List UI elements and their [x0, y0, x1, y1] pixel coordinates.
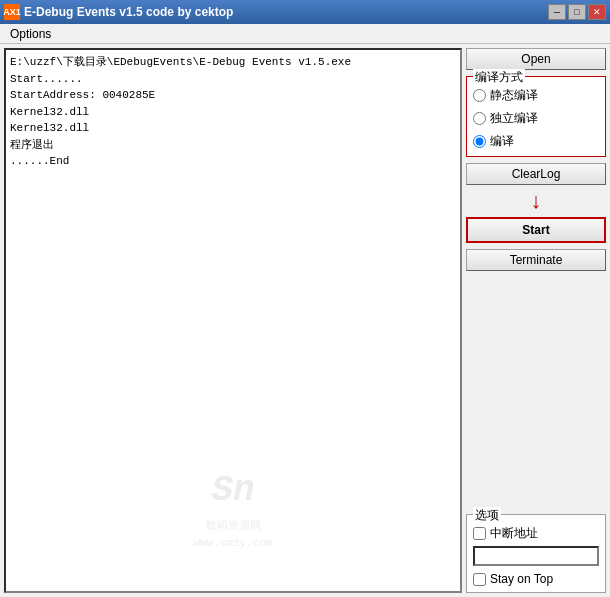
maximize-button[interactable]: □	[568, 4, 586, 20]
break-address-checkbox[interactable]	[473, 527, 486, 540]
options-group-title: 选项	[473, 507, 501, 524]
log-line: Kernel32.dll	[10, 120, 456, 137]
watermark-site: www.smzy.com	[193, 535, 272, 552]
start-button[interactable]: Start	[466, 217, 606, 243]
log-area[interactable]: E:\uzzf\下载目录\EDebugEvents\E-Debug Events…	[4, 48, 462, 593]
radio-independent-input[interactable]	[473, 112, 486, 125]
clear-log-button[interactable]: ClearLog	[466, 163, 606, 185]
stay-on-top-label: Stay on Top	[490, 572, 553, 586]
open-button[interactable]: Open	[466, 48, 606, 70]
log-line: E:\uzzf\下载目录\EDebugEvents\E-Debug Events…	[10, 54, 456, 71]
radio-independent-label: 独立编译	[490, 110, 538, 127]
break-address-label: 中断地址	[490, 525, 538, 542]
radio-compile-label: 编译	[490, 133, 514, 150]
right-panel: Open 编译方式 静态编译 独立编译 编译 ClearLog ↓ Start	[466, 48, 606, 593]
compile-group-title: 编译方式	[473, 69, 525, 86]
radio-static[interactable]: 静态编译	[473, 87, 599, 104]
stay-on-top-checkbox[interactable]	[473, 573, 486, 586]
arrow-indicator: ↓	[466, 191, 606, 211]
title-bar: AX1 E-Debug Events v1.5 code by cektop ─…	[0, 0, 610, 24]
log-line: 程序退出	[10, 137, 456, 154]
radio-compile-input[interactable]	[473, 135, 486, 148]
compile-group: 编译方式 静态编译 独立编译 编译	[466, 76, 606, 157]
app-icon: AX1	[4, 4, 20, 20]
log-line: Kernel32.dll	[10, 104, 456, 121]
options-group: 选项 中断地址 Stay on Top	[466, 514, 606, 593]
watermark-logo: Sn	[211, 464, 254, 518]
log-line: ......End	[10, 153, 456, 170]
watermark: Sn 数码资源网 www.smzy.com	[193, 464, 272, 551]
terminate-button[interactable]: Terminate	[466, 249, 606, 271]
minimize-button[interactable]: ─	[548, 4, 566, 20]
options-menu[interactable]: Options	[4, 26, 57, 42]
radio-static-input[interactable]	[473, 89, 486, 102]
stay-on-top-checkbox-item[interactable]: Stay on Top	[473, 572, 599, 586]
break-address-checkbox-item[interactable]: 中断地址	[473, 525, 599, 542]
log-line: Start......	[10, 71, 456, 88]
window-controls: ─ □ ✕	[548, 4, 606, 20]
radio-static-label: 静态编译	[490, 87, 538, 104]
log-line: StartAddress: 0040285E	[10, 87, 456, 104]
arrow-down-icon: ↓	[531, 190, 542, 212]
break-address-input[interactable]	[473, 546, 599, 566]
main-container: E:\uzzf\下载目录\EDebugEvents\E-Debug Events…	[0, 44, 610, 597]
menu-bar: Options	[0, 24, 610, 44]
close-button[interactable]: ✕	[588, 4, 606, 20]
window-title: E-Debug Events v1.5 code by cektop	[24, 5, 233, 19]
radio-compile[interactable]: 编译	[473, 133, 599, 150]
watermark-name: 数码资源网	[206, 518, 261, 535]
radio-independent[interactable]: 独立编译	[473, 110, 599, 127]
